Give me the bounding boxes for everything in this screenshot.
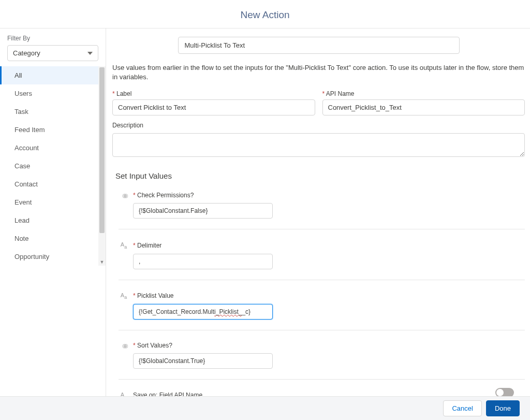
- check-permissions-label: Check Permissions?: [137, 192, 194, 199]
- filter-by-label: Filter By: [0, 35, 106, 45]
- api-name-input[interactable]: [322, 99, 525, 115]
- sidebar-item-note[interactable]: Note: [0, 229, 106, 248]
- modal-footer: Cancel Done: [0, 396, 530, 420]
- modal-body: Filter By Category All Users Task Feed I…: [0, 28, 530, 397]
- delimiter-label: Delimiter: [137, 242, 161, 249]
- boolean-type-icon: [119, 192, 129, 199]
- chevron-down-icon: [87, 52, 93, 55]
- sidebar-item-lead[interactable]: Lead: [0, 211, 106, 229]
- sort-values-input[interactable]: [133, 353, 273, 369]
- sort-values-label: Sort Values?: [137, 342, 172, 349]
- category-select-value: Category: [13, 49, 40, 57]
- sidebar-scrollbar-thumb[interactable]: [99, 67, 105, 233]
- sidebar-item-users[interactable]: Users: [0, 84, 106, 103]
- main-content: Use values from earlier in the flow to s…: [106, 28, 530, 397]
- sidebar-scrollbar[interactable]: ▼: [98, 66, 106, 266]
- cancel-button[interactable]: Cancel: [443, 400, 481, 416]
- sidebar: Filter By Category All Users Task Feed I…: [0, 28, 106, 397]
- set-input-values-title: Set Input Values: [115, 171, 525, 180]
- sidebar-item-feed-item[interactable]: Feed Item: [0, 121, 106, 139]
- input-save-field-api: Save on: Field API Name Don't Include: [119, 385, 525, 397]
- input-check-permissions: * Check Permissions?: [119, 185, 525, 229]
- description-row: Description: [112, 122, 525, 157]
- input-picklist-value: * Picklist Value {!Get_Contact_Record.Mu…: [119, 285, 525, 330]
- input-delimiter: * Delimiter: [119, 235, 525, 280]
- sidebar-item-all[interactable]: All: [0, 66, 106, 84]
- check-permissions-input[interactable]: [133, 203, 273, 219]
- sidebar-item-account[interactable]: Account: [0, 139, 106, 157]
- sidebar-item-task[interactable]: Task: [0, 103, 106, 121]
- description-label: Description: [112, 122, 525, 129]
- text-type-icon: [119, 241, 129, 249]
- sidebar-list: All Users Task Feed Item Account Case Co…: [0, 66, 106, 266]
- description-textarea[interactable]: [112, 133, 525, 157]
- picklist-value-label: Picklist Value: [137, 292, 173, 299]
- modal-title: New Action: [0, 9, 530, 21]
- input-sort-values: * Sort Values?: [119, 336, 525, 380]
- category-select[interactable]: Category: [7, 45, 98, 61]
- delimiter-input[interactable]: [133, 254, 273, 269]
- sidebar-item-event[interactable]: Event: [0, 193, 106, 211]
- label-field-label: * Label: [112, 90, 315, 97]
- sidebar-item-opportunity[interactable]: Opportunity: [0, 248, 106, 266]
- text-type-icon: [119, 292, 129, 300]
- picklist-value-input[interactable]: {!Get_Contact_Record.Multi_Picklist__c}: [133, 304, 273, 320]
- action-search-input[interactable]: [178, 37, 460, 54]
- instruction-text: Use values from earlier in the flow to s…: [112, 63, 525, 82]
- sidebar-item-contact[interactable]: Contact: [0, 175, 106, 193]
- modal-header: New Action: [0, 0, 530, 28]
- api-name-label: * API Name: [322, 90, 525, 97]
- done-button[interactable]: Done: [486, 400, 520, 416]
- sidebar-item-case[interactable]: Case: [0, 157, 106, 175]
- label-input[interactable]: [112, 99, 315, 115]
- search-row: [112, 37, 525, 54]
- label-api-row: * Label * API Name: [112, 90, 525, 115]
- boolean-type-icon: [119, 342, 129, 349]
- sidebar-scroll-down-icon[interactable]: ▼: [98, 259, 106, 265]
